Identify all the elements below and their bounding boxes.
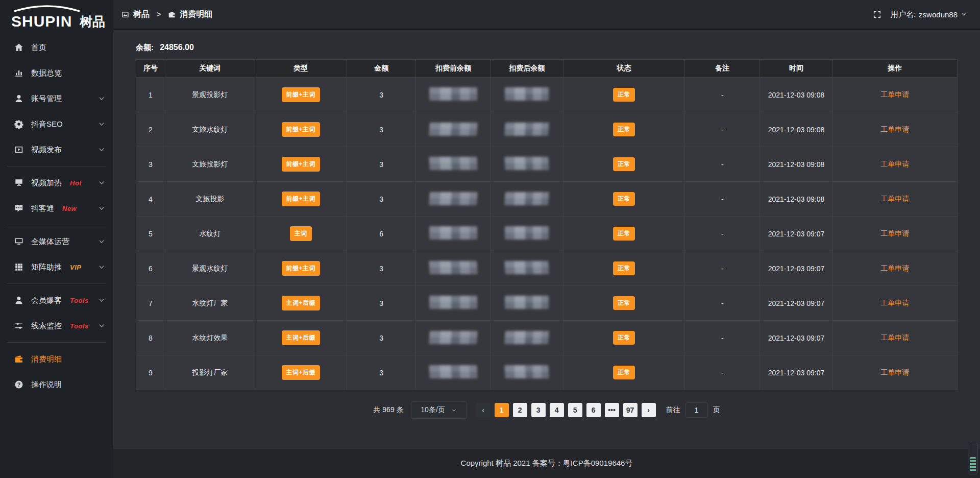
work-order-link[interactable]: 工单申请 <box>880 195 909 203</box>
redacted-value <box>505 365 549 378</box>
sidebar-item-4[interactable]: 抖音SEO <box>0 111 113 137</box>
cell-balance-after <box>491 182 563 217</box>
pagination-ellipsis-button[interactable]: ••• <box>605 403 619 417</box>
status-badge: 正常 <box>613 366 635 379</box>
pagination-page-button[interactable]: 97 <box>623 403 638 417</box>
pagination-page-button[interactable]: 2 <box>513 403 527 417</box>
work-order-link[interactable]: 工单申请 <box>880 333 909 342</box>
pagination-next-button[interactable]: › <box>642 403 656 417</box>
sidebar-item-label: 首页 <box>31 43 46 53</box>
sidebar-item-11[interactable]: 线索监控Tools <box>0 313 113 339</box>
goto-page-input[interactable] <box>685 402 708 418</box>
pagination-page-button[interactable]: 5 <box>568 403 582 417</box>
redacted-value <box>429 226 477 240</box>
pagination-prev-button[interactable]: ‹ <box>476 403 491 417</box>
svg-text:?: ? <box>17 381 21 388</box>
table-row: 7水纹灯厂家主词+后缀3正常-2021-12-03 09:07工单申请 <box>136 286 958 321</box>
sidebar-item-6[interactable]: 视频加热Hot <box>0 170 113 196</box>
status-badge: 正常 <box>613 192 635 206</box>
topbar: 树品 > 消费明细 用户名: zswodun88 <box>113 0 980 30</box>
cell-keyword: 水纹灯厂家 <box>165 286 255 321</box>
cell-index: 1 <box>136 78 165 112</box>
username-label: 用户名: <box>891 10 916 19</box>
fullscreen-icon[interactable] <box>873 10 881 19</box>
browser-extension-widget[interactable] <box>968 443 978 474</box>
user-menu[interactable]: 用户名: zswodun88 <box>891 10 967 19</box>
breadcrumb-home[interactable]: 树品 <box>133 9 150 20</box>
sidebar-item-label: 视频发布 <box>31 145 62 155</box>
sidebar-item-tag: VIP <box>70 264 81 271</box>
cell-status: 正常 <box>563 78 684 112</box>
cell-amount: 3 <box>347 355 416 390</box>
sidebar-item-label: 数据总览 <box>31 68 62 78</box>
sidebar-divider <box>7 166 106 166</box>
redacted-value <box>429 87 477 101</box>
sidebar-item-9[interactable]: 矩阵助推VIP <box>0 254 113 280</box>
user-icon <box>14 94 23 103</box>
cell-keyword: 文旅水纹灯 <box>165 112 255 147</box>
column-header: 扣费后余额 <box>491 60 563 78</box>
cell-status: 正常 <box>563 182 684 217</box>
redacted-value <box>505 261 549 274</box>
cell-balance-before <box>416 355 491 390</box>
page-size-select[interactable]: 10条/页 <box>411 401 467 419</box>
picture-icon <box>121 11 129 18</box>
sidebar-item-label: 操作说明 <box>31 380 62 390</box>
chevron-down-icon <box>98 95 105 102</box>
heat-icon <box>14 178 23 187</box>
cell-remark: - <box>685 147 760 182</box>
chat-icon <box>14 204 23 213</box>
redacted-value <box>429 192 478 205</box>
sidebar-menu: 首页数据总览账号管理抖音SEO视频发布视频加热Hot抖客通New全媒体运营矩阵助… <box>0 35 113 397</box>
cell-keyword: 文旅投影 <box>165 182 255 217</box>
sliders-icon <box>14 321 23 330</box>
cell-type: 主词 <box>255 217 347 251</box>
column-header: 备注 <box>685 60 760 78</box>
cell-balance-after <box>491 321 563 355</box>
sidebar-item-1[interactable]: 首页 <box>0 35 113 60</box>
sidebar-item-label: 抖音SEO <box>31 119 63 129</box>
member-icon <box>14 296 23 305</box>
cell-amount: 3 <box>347 321 416 355</box>
sidebar-item-13[interactable]: ?操作说明 <box>0 372 113 397</box>
sidebar-item-label: 会员爆客 <box>31 296 62 305</box>
work-order-link[interactable]: 工单申请 <box>880 368 909 376</box>
status-badge: 正常 <box>613 296 635 310</box>
redacted-value <box>504 331 549 344</box>
sidebar-item-7[interactable]: 抖客通New <box>0 196 113 221</box>
pagination-page-button[interactable]: 4 <box>550 403 564 417</box>
work-order-link[interactable]: 工单申请 <box>880 299 909 307</box>
sidebar-item-12[interactable]: 消费明细 <box>0 346 113 372</box>
column-header: 状态 <box>563 60 684 78</box>
work-order-link[interactable]: 工单申请 <box>880 125 909 133</box>
sidebar: SHUPIN 树品 首页数据总览账号管理抖音SEO视频发布视频加热Hot抖客通N… <box>0 0 113 478</box>
work-order-link[interactable]: 工单申请 <box>880 264 909 272</box>
cell-time: 2021-12-03 09:08 <box>760 78 832 112</box>
sidebar-item-10[interactable]: 会员爆客Tools <box>0 288 113 313</box>
work-order-link[interactable]: 工单申请 <box>880 229 909 237</box>
cell-status: 正常 <box>563 251 684 286</box>
cell-balance-before <box>416 147 491 182</box>
sidebar-item-2[interactable]: 数据总览 <box>0 60 113 86</box>
consumption-table-wrap: 序号关键词类型金额扣费前余额扣费后余额状态备注时间操作 1景观投影灯前缀+主词3… <box>136 59 958 390</box>
type-badge: 主词+后缀 <box>282 330 321 345</box>
cell-type: 前缀+主词 <box>255 147 347 182</box>
work-order-link[interactable]: 工单申请 <box>880 160 909 168</box>
chevron-down-icon <box>98 121 105 128</box>
sidebar-item-5[interactable]: 视频发布 <box>0 137 113 162</box>
table-row: 8水纹灯效果主词+后缀3正常-2021-12-03 09:07工单申请 <box>136 321 958 355</box>
work-order-link[interactable]: 工单申请 <box>880 90 909 99</box>
sidebar-item-8[interactable]: 全媒体运营 <box>0 229 113 254</box>
pagination-page-button[interactable]: 1 <box>495 403 509 417</box>
chevron-down-icon <box>98 322 105 329</box>
type-badge: 前缀+主词 <box>282 122 321 137</box>
cell-type: 前缀+主词 <box>255 112 347 147</box>
cell-action: 工单申请 <box>832 112 957 147</box>
cell-index: 3 <box>136 147 165 182</box>
pagination-page-button[interactable]: 3 <box>531 403 546 417</box>
pagination-page-button[interactable]: 6 <box>586 403 601 417</box>
sidebar-item-label: 账号管理 <box>31 94 62 104</box>
column-header: 时间 <box>760 60 832 78</box>
cell-time: 2021-12-03 09:07 <box>760 286 832 321</box>
sidebar-item-3[interactable]: 账号管理 <box>0 86 113 111</box>
